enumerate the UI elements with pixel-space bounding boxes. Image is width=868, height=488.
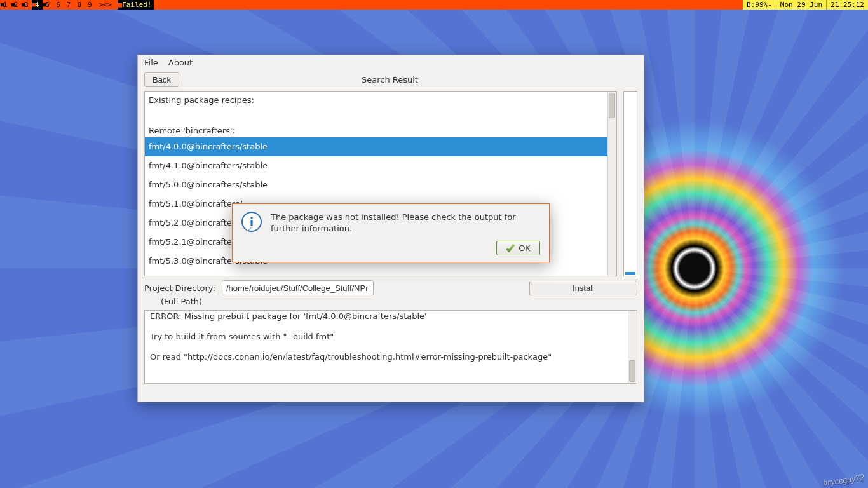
menu-about[interactable]: About	[168, 58, 193, 67]
output-line: Try to build it from sources with "--bui…	[150, 330, 632, 344]
workspace-7[interactable]: 7	[64, 0, 74, 10]
workspace-2[interactable]: ■2	[11, 0, 22, 10]
install-button[interactable]: Install	[529, 281, 637, 295]
list-item[interactable]: fmt/5.0.0@bincrafters/stable	[145, 175, 616, 194]
menubar: File About	[138, 55, 644, 70]
time-status: 21:25:12	[826, 0, 868, 10]
list-scrollbar[interactable]	[607, 92, 616, 276]
list-header-remote: Remote 'bincrafters':	[149, 125, 613, 137]
status-right: B:99%- Mon 29 Jun 21:25:12	[743, 0, 868, 10]
info-icon: i	[241, 212, 262, 232]
layout-indicator: ><>	[95, 0, 116, 10]
output-line: ERROR: Missing prebuilt package for 'fmt…	[150, 310, 632, 323]
list-item[interactable]: fmt/4.1.0@bincrafters/stable	[145, 156, 616, 175]
workspace-4[interactable]: ■4	[32, 0, 43, 10]
dialog-message: The package was not installed! Please ch…	[271, 212, 540, 234]
output-line: Or read "http://docs.conan.io/en/latest/…	[150, 350, 632, 364]
workspace-8[interactable]: 8	[74, 0, 85, 10]
battery-status: B:99%-	[743, 0, 776, 10]
ok-button[interactable]: OK	[496, 241, 540, 255]
menu-file[interactable]: File	[144, 58, 158, 67]
workspace-3[interactable]: ■3	[21, 0, 32, 10]
status-bar: ■1 ■2 ■3 ■4 ■5 6 7 8 9 ><> ■Failed! B:99…	[0, 0, 868, 10]
side-scroll-indicator[interactable]	[623, 91, 637, 276]
workspace-1[interactable]: ■1	[0, 0, 11, 10]
output-scrollbar[interactable]	[628, 311, 637, 383]
workspace-group: ■1 ■2 ■3 ■4 ■5 6 7 8 9	[0, 0, 95, 10]
output-pane[interactable]: ERROR: Missing prebuilt package for 'fmt…	[144, 310, 637, 384]
date-status: Mon 29 Jun	[776, 0, 826, 10]
project-dir-input[interactable]	[222, 280, 374, 295]
workspace-9[interactable]: 9	[85, 0, 95, 10]
list-header-existing: Existing package recipes:	[149, 94, 613, 107]
page-title: Search Result	[179, 75, 600, 85]
workspace-6[interactable]: 6	[53, 0, 64, 10]
check-icon	[506, 244, 515, 253]
project-dir-note: (Full Path)	[144, 297, 637, 306]
status-failed: ■Failed!	[116, 0, 154, 10]
project-dir-label: Project Directory:	[144, 283, 215, 293]
list-item[interactable]: fmt/4.0.0@bincrafters/stable	[145, 137, 616, 156]
info-dialog: i The package was not installed! Please …	[232, 203, 550, 262]
workspace-5[interactable]: ■5	[43, 0, 53, 10]
ok-label: OK	[519, 243, 531, 253]
back-button[interactable]: Back	[144, 72, 179, 87]
